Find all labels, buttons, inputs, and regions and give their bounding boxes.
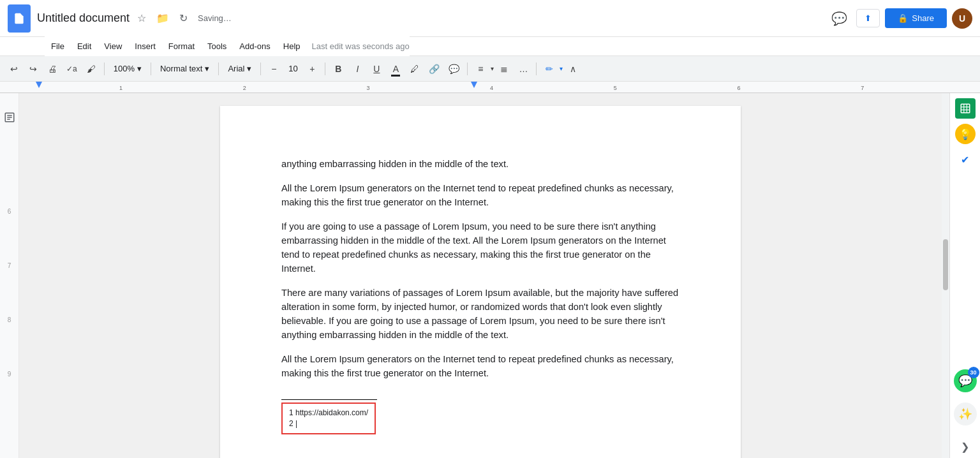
right-sidebar: 💡 ✔ 💬 30 ✨ ❯: [949, 93, 980, 458]
app-icon: [8, 4, 31, 33]
sidebar-tasks-icon[interactable]: 💡: [955, 124, 976, 144]
zoom-dropdown-icon: ▾: [137, 64, 142, 73]
page-ruler: 1 2 3 4 5 6 7: [0, 82, 980, 93]
toolbar-separator-1: [104, 63, 105, 75]
menu-format[interactable]: Format: [162, 39, 201, 54]
docs-logo-icon: [13, 12, 26, 25]
refresh-button[interactable]: ↻: [177, 10, 190, 27]
star-button[interactable]: ☆: [135, 10, 149, 27]
align-dropdown-icon: ▾: [491, 65, 494, 72]
title-icons: ☆ 📁 ↻: [135, 10, 190, 27]
ruler-6: 6: [8, 208, 11, 215]
paragraph-1: anything embarrassing hidden in the midd…: [281, 157, 679, 171]
redo-button[interactable]: ↪: [24, 60, 42, 78]
insert-link-button[interactable]: 🔗: [425, 60, 443, 78]
collapse-toolbar-button[interactable]: ∧: [564, 60, 582, 78]
scrollbar[interactable]: [942, 93, 949, 458]
menu-insert[interactable]: Insert: [128, 39, 162, 54]
menu-file[interactable]: File: [45, 39, 71, 54]
document-title[interactable]: Untitled document: [37, 11, 130, 25]
scrollbar-thumb[interactable]: [943, 239, 948, 290]
paragraph-2: All the Lorem Ipsum generators on the In…: [281, 181, 679, 209]
svg-text:6: 6: [738, 85, 741, 91]
font-select[interactable]: Arial ▾: [223, 60, 256, 78]
toolbar-separator-4: [260, 63, 261, 75]
paragraph-5: All the Lorem Ipsum generators on the In…: [281, 352, 679, 380]
ruler-7: 7: [8, 262, 11, 269]
footnote-section: 1 https://abidakon.com/ 2 |: [281, 399, 679, 434]
edit-mode-button[interactable]: ✏: [540, 60, 558, 78]
menu-edit[interactable]: Edit: [71, 39, 98, 54]
toolbar-separator-7: [536, 63, 537, 75]
style-value: Normal text: [160, 64, 202, 73]
footnote-highlight-box: 1 https://abidakon.com/ 2 |: [281, 403, 376, 434]
paragraph-4: There are many variations of passages of…: [281, 286, 679, 342]
sidebar-check-icon[interactable]: ✔: [955, 149, 976, 170]
zoom-value: 100%: [114, 64, 135, 73]
more-options-button[interactable]: …: [514, 60, 532, 78]
font-size-decrease-button[interactable]: −: [265, 60, 283, 78]
footnote-line-2: 2 |: [289, 418, 368, 429]
toolbar-separator-6: [467, 63, 468, 75]
menu-help[interactable]: Help: [277, 39, 307, 54]
font-size-increase-button[interactable]: +: [303, 60, 321, 78]
document-content: anything embarrassing hidden in the midd…: [281, 157, 679, 434]
line-spacing-button[interactable]: ≣: [495, 60, 513, 78]
footnote-line-1: 1 https://abidakon.com/: [289, 408, 368, 418]
svg-text:2: 2: [243, 85, 246, 91]
svg-marker-11: [36, 82, 42, 88]
menu-addons[interactable]: Add-ons: [233, 39, 276, 54]
content-area: anything embarrassing hidden in the midd…: [19, 93, 942, 458]
ruler-9: 9: [8, 371, 11, 378]
svg-text:5: 5: [614, 85, 617, 91]
user-avatar[interactable]: U: [952, 8, 972, 29]
sidebar-sheets-icon[interactable]: [955, 98, 976, 119]
comment-button[interactable]: 💬: [828, 7, 851, 30]
edit-dropdown-icon: ▾: [560, 65, 563, 72]
font-dropdown-icon: ▾: [247, 64, 251, 73]
collab-icon: ⬆: [865, 13, 872, 23]
svg-text:7: 7: [861, 85, 864, 91]
svg-text:4: 4: [490, 85, 493, 91]
svg-rect-17: [961, 104, 970, 113]
font-size-input[interactable]: [283, 64, 303, 73]
align-button[interactable]: ≡: [471, 60, 489, 78]
highlight-color-button[interactable]: 🖊: [406, 60, 424, 78]
chat-icon-container[interactable]: 💬 30: [954, 369, 977, 392]
ruler-8: 8: [8, 316, 11, 323]
paragraph-3: If you are going to use a passage of Lor…: [281, 219, 679, 276]
sidebar-expand-button[interactable]: ❯: [956, 436, 974, 458]
top-bar: Untitled document ☆ 📁 ↻ Saving… 💬 ⬆ 🔒 Sh…: [0, 0, 980, 37]
svg-text:1: 1: [119, 85, 122, 91]
text-color-icon: A: [393, 64, 399, 74]
document-page[interactable]: anything embarrassing hidden in the midd…: [220, 106, 741, 458]
underline-button[interactable]: U: [368, 60, 385, 78]
share-button[interactable]: 🔒 Share: [885, 8, 947, 28]
top-right-actions: 💬 ⬆ 🔒 Share U: [828, 7, 972, 30]
menu-view[interactable]: View: [98, 39, 128, 54]
svg-text:3: 3: [366, 85, 369, 91]
menu-bar: File Edit View Insert Format Tools Add-o…: [45, 35, 410, 58]
menu-tools[interactable]: Tools: [201, 39, 233, 54]
bold-button[interactable]: B: [329, 60, 347, 78]
text-color-button[interactable]: A: [387, 60, 405, 78]
print-button[interactable]: 🖨: [43, 60, 61, 78]
toolbar: ↩ ↪ 🖨 ✓a 🖌 100% ▾ Normal text ▾ Arial ▾ …: [0, 56, 980, 82]
spellcheck-button[interactable]: ✓a: [63, 60, 81, 78]
italic-button[interactable]: I: [348, 60, 366, 78]
font-value: Arial: [228, 64, 244, 73]
folder-button[interactable]: 📁: [154, 10, 172, 27]
undo-button[interactable]: ↩: [5, 60, 23, 78]
zoom-select[interactable]: 100% ▾: [108, 60, 147, 78]
insert-comment-button[interactable]: 💬: [445, 60, 463, 78]
font-size-group: − +: [265, 60, 321, 78]
paint-format-button[interactable]: 🖌: [82, 60, 100, 78]
saving-status: Saving…: [198, 13, 232, 23]
collab-button[interactable]: ⬆: [856, 9, 880, 27]
toolbar-separator-5: [325, 63, 325, 75]
outline-icon[interactable]: [4, 112, 15, 126]
sidebar-assistant-icon[interactable]: ✨: [954, 403, 977, 425]
style-select[interactable]: Normal text ▾: [155, 60, 214, 78]
footnote-separator: [281, 399, 377, 400]
svg-marker-12: [471, 82, 477, 88]
